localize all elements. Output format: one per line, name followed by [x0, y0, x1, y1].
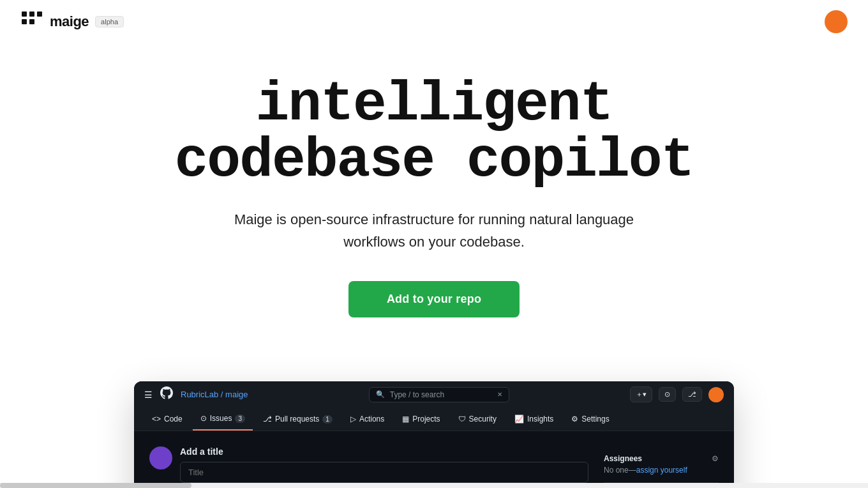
gh-topbar-left: ☰ RubricLab / maige — [144, 386, 248, 402]
alpha-badge: alpha — [95, 16, 124, 27]
gh-user-avatar[interactable] — [708, 387, 724, 402]
preview-window: ☰ RubricLab / maige 🔍 Type / to search ✕… — [134, 381, 734, 488]
code-icon: <> — [152, 415, 161, 423]
gh-content: Add a title Add a description Assignees … — [134, 431, 734, 488]
tab-issues[interactable]: ⊙ Issues 3 — [193, 408, 253, 431]
hamburger-icon[interactable]: ☰ — [144, 390, 153, 400]
tab-settings[interactable]: ⚙ Settings — [564, 408, 617, 430]
user-avatar[interactable] — [825, 10, 848, 33]
assignees-value: No one—assign yourself — [604, 466, 719, 475]
svg-rect-3 — [29, 19, 34, 24]
tab-insights[interactable]: 📈 Insights — [507, 408, 561, 430]
projects-icon: ▦ — [402, 415, 409, 423]
issue-title-input[interactable] — [180, 462, 588, 483]
gh-breadcrumb: RubricLab / maige — [181, 390, 248, 399]
hero-subtitle: Maige is open-source infrastructure for … — [204, 208, 664, 253]
issues-badge: 3 — [235, 415, 245, 423]
pr-button[interactable]: ⎇ — [682, 387, 702, 402]
issue-button[interactable]: ⊙ — [659, 387, 676, 402]
title-label: Add a title — [180, 446, 588, 457]
assignees-gear-icon[interactable]: ⚙ — [712, 454, 719, 463]
security-icon: 🛡 — [458, 415, 466, 423]
tab-pull-requests[interactable]: ⎇ Pull requests 1 — [255, 408, 340, 430]
issue-author-avatar — [149, 446, 172, 469]
issues-icon: ⊙ — [200, 414, 207, 423]
gh-topbar: ☰ RubricLab / maige 🔍 Type / to search ✕… — [134, 381, 734, 408]
issue-sidebar: Assignees ⚙ No one—assign yourself — [604, 446, 719, 488]
navbar: maige alpha — [0, 0, 868, 43]
assignees-label: Assignees — [604, 454, 642, 463]
assign-yourself-link[interactable]: assign yourself — [636, 466, 687, 475]
issue-form-body: Add a title Add a description — [180, 446, 588, 488]
insights-icon: 📈 — [514, 415, 524, 423]
actions-icon: ▷ — [350, 415, 356, 423]
search-placeholder: Type / to search — [390, 390, 444, 399]
tab-projects[interactable]: ▦ Projects — [394, 408, 447, 430]
issue-form: Add a title Add a description — [149, 446, 588, 488]
plus-button[interactable]: ＋▾ — [630, 386, 652, 402]
svg-rect-2 — [22, 19, 27, 24]
svg-rect-0 — [22, 11, 27, 17]
logo-text: maige — [50, 13, 89, 30]
search-icon: 🔍 — [376, 390, 385, 399]
assignees-section: Assignees ⚙ No one—assign yourself — [604, 446, 719, 483]
pr-badge: 1 — [322, 415, 333, 423]
gh-tabs: <> Code ⊙ Issues 3 ⎇ Pull requests 1 ▷ A… — [134, 408, 734, 431]
add-to-repo-button[interactable]: Add to your repo — [348, 281, 520, 317]
gh-topbar-right: ＋▾ ⊙ ⎇ — [630, 386, 724, 402]
maige-logo-icon — [20, 10, 43, 33]
scrollbar-thumb[interactable] — [0, 483, 191, 488]
hero-section: intelligent codebase copilot Maige is op… — [0, 0, 868, 356]
pr-icon: ⎇ — [263, 415, 272, 423]
tab-actions[interactable]: ▷ Actions — [343, 408, 392, 430]
svg-rect-1 — [29, 11, 34, 17]
hero-title: intelligent codebase copilot — [175, 77, 694, 189]
logo-area: maige alpha — [20, 10, 124, 33]
bottom-scrollbar[interactable] — [0, 483, 868, 488]
tab-security[interactable]: 🛡 Security — [451, 408, 504, 430]
preview-container: ☰ RubricLab / maige 🔍 Type / to search ✕… — [0, 381, 868, 488]
settings-icon: ⚙ — [571, 415, 578, 423]
github-logo-icon — [160, 386, 173, 402]
gh-search[interactable]: 🔍 Type / to search ✕ — [369, 387, 509, 402]
svg-rect-4 — [37, 11, 42, 17]
tab-code[interactable]: <> Code — [144, 408, 190, 430]
